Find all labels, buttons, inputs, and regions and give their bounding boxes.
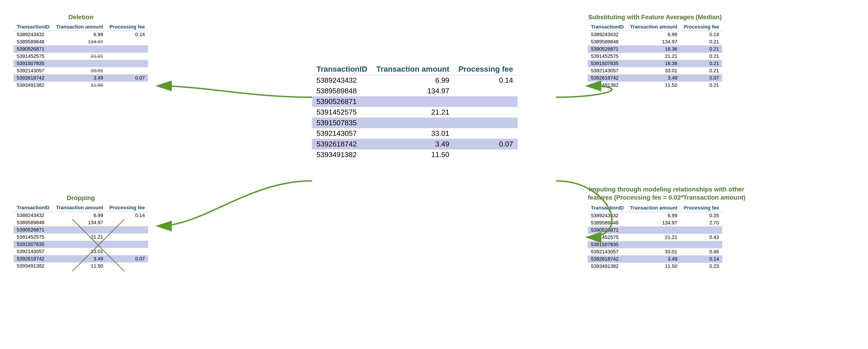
cell-id: 5393491382 — [312, 150, 372, 160]
cell-id: 5389589848 — [13, 38, 53, 45]
cell-fee — [106, 45, 148, 53]
cell-amount: 21.21 — [627, 234, 680, 241]
cell-fee: 0.21 — [681, 82, 722, 89]
cell-fee: 0.35 — [681, 212, 722, 219]
cell-id: 5391452575 — [13, 233, 53, 241]
table-row: 53892434326.990.14 — [312, 75, 518, 86]
table-row: 5389589848134.97 — [13, 38, 148, 45]
cell-id: 5392143057 — [13, 67, 53, 74]
imp-header-fee: Processing fee — [681, 204, 722, 212]
cell-amount: 21.21 — [372, 107, 454, 118]
table-row: 5390526871 — [312, 96, 518, 107]
cell-id: 5390526871 — [588, 45, 627, 53]
deletion-title: Deletion — [13, 13, 148, 21]
cell-id: 5393491382 — [13, 82, 53, 89]
table-row: 53926187423.490.14 — [588, 255, 722, 263]
cell-id: 5392618742 — [588, 74, 627, 82]
cell-id: 5393491382 — [588, 82, 627, 89]
cell-amount: 6.99 — [53, 212, 106, 219]
cell-id: 5390526871 — [13, 45, 53, 53]
cell-id: 5389243432 — [13, 212, 53, 219]
cell-amount: 11.50 — [53, 262, 106, 269]
cell-id: 5391452575 — [588, 234, 627, 241]
table-row: 539349138211.50 — [13, 82, 148, 89]
cell-amount: 11.50 — [627, 82, 680, 89]
cell-id: 5391507835 — [13, 60, 53, 67]
cell-amount: 3.49 — [627, 255, 680, 263]
cell-id: 5392143057 — [588, 67, 627, 74]
cell-id: 5389589848 — [588, 38, 627, 45]
cell-fee — [454, 128, 518, 139]
imputing-title-line2: features (Processing fee = 0.02*Transact… — [588, 194, 745, 201]
table-row: 53892434326.990.14 — [13, 212, 148, 219]
cell-fee — [106, 262, 148, 269]
cell-id: 5391507835 — [312, 118, 372, 128]
cell-fee — [681, 241, 722, 248]
cell-amount — [53, 60, 106, 67]
drop-header-fee: Processing fee — [106, 204, 148, 212]
table-row: 53892434326.990.14 — [588, 31, 722, 38]
cell-id: 5389589848 — [588, 219, 627, 226]
cell-id: 5391507835 — [13, 241, 53, 248]
table-row: 5389589848134.97 — [13, 219, 148, 226]
cell-id: 5392618742 — [312, 139, 372, 150]
cell-fee: 0.14 — [454, 75, 518, 86]
table-row: 53926187423.490.07 — [13, 74, 148, 82]
table-row: 53926187423.490.07 — [13, 255, 148, 262]
cell-fee: 0.07 — [454, 139, 518, 150]
cell-amount — [53, 241, 106, 248]
imputing-section: Imputing through modeling relationships … — [588, 185, 745, 270]
cell-fee: 0.23 — [681, 263, 722, 270]
cell-amount: 6.99 — [627, 31, 680, 38]
cell-fee: 0.14 — [106, 212, 148, 219]
cell-id: 5391452575 — [588, 53, 627, 60]
imputing-title-line1: Imputing through modeling relationships … — [589, 186, 744, 193]
substituting-title: Substituting with Feature Averages (Medi… — [588, 13, 722, 21]
cell-amount: 3.49 — [627, 74, 680, 82]
table-row: 539214305733.01 — [13, 67, 148, 74]
table-row: 5391507835 — [13, 241, 148, 248]
cell-fee: 0.14 — [681, 31, 722, 38]
cell-amount: 33.01 — [372, 128, 454, 139]
cell-fee — [106, 82, 148, 89]
cell-amount — [627, 241, 680, 248]
cell-id: 5392618742 — [588, 255, 627, 263]
cell-fee — [106, 226, 148, 233]
table-row: 5391507835 — [312, 118, 518, 128]
table-row: 53892434326.990.14 — [13, 31, 148, 38]
cell-amount: 134.97 — [627, 219, 680, 226]
cell-amount: 16.36 — [627, 45, 680, 53]
table-row: 5389589848134.972.70 — [588, 219, 722, 226]
cell-id: 5392618742 — [13, 74, 53, 82]
table-row: 539214305733.01 — [13, 248, 148, 255]
cell-amount: 6.99 — [372, 75, 454, 86]
cell-id: 5390526871 — [13, 226, 53, 233]
cell-fee: 0.21 — [681, 67, 722, 74]
cell-id: 5389243432 — [588, 212, 627, 219]
cell-fee: 0.42 — [681, 234, 722, 241]
cell-fee — [454, 150, 518, 160]
table-row: 539349138211.50 — [13, 262, 148, 269]
cell-id: 5392143057 — [312, 128, 372, 139]
cell-id: 5391507835 — [588, 60, 627, 67]
cell-amount: 11.50 — [372, 150, 454, 160]
cell-amount: 3.49 — [53, 74, 106, 82]
cell-amount — [627, 226, 680, 234]
table-row: 539214305733.01 — [312, 128, 518, 139]
cell-amount: 33.01 — [53, 248, 106, 255]
imputing-title: Imputing through modeling relationships … — [588, 185, 745, 202]
cell-id: 5389589848 — [13, 219, 53, 226]
cell-fee — [454, 86, 518, 96]
cell-fee — [681, 226, 722, 234]
table-row: 539214305733.010.21 — [588, 67, 722, 74]
substituting-section: Substituting with Feature Averages (Medi… — [588, 13, 722, 89]
cell-fee — [106, 67, 148, 74]
cell-amount: 3.49 — [53, 255, 106, 262]
table-row: 539145257521.21 — [13, 53, 148, 60]
deletion-section: Deletion TransactionID Transaction amoun… — [13, 13, 148, 89]
cell-fee: 0.07 — [681, 74, 722, 82]
drop-header-id: TransactionID — [13, 204, 53, 212]
cell-amount: 6.99 — [627, 212, 680, 219]
cell-fee — [106, 219, 148, 226]
table-row: 539145257521.21 — [312, 107, 518, 118]
